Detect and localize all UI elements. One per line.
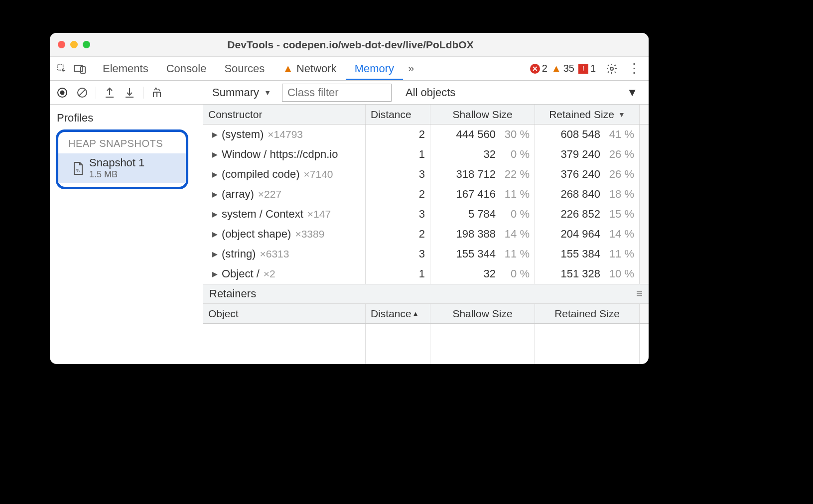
status-badges: ✕ 2 ▲ 35 ! 1 (530, 63, 596, 74)
scrollbar-gutter (640, 164, 649, 184)
rt-col-object[interactable]: Object (203, 304, 366, 323)
tab-elements[interactable]: Elements (94, 57, 157, 80)
disclosure-triangle-icon[interactable]: ▶ (212, 210, 218, 218)
errors-badge[interactable]: ✕ 2 (530, 63, 547, 74)
warning-icon: ▲ (551, 63, 561, 74)
devtools-window: DevTools - codepen.io/web-dot-dev/live/P… (50, 33, 649, 364)
retained-size-cell: 226 85215 % (535, 204, 640, 224)
scrollbar-gutter (640, 105, 649, 124)
constructor-count: ×2 (264, 268, 275, 280)
warning-triangle-icon: ▲ (282, 62, 293, 75)
distance-cell: 2 (366, 224, 430, 244)
table-row[interactable]: ▶(object shape) ×33892198 38814 %204 964… (203, 224, 649, 244)
rt-col-retained[interactable]: Retained Size (535, 304, 640, 323)
distance-cell: 1 (366, 144, 430, 164)
retainers-header: Retainers ≡ (203, 284, 649, 304)
shallow-size-cell: 318 71222 % (430, 164, 535, 184)
table-row[interactable]: ▶(array) ×2272167 41611 %268 84018 % (203, 184, 649, 204)
svg-point-5 (60, 90, 65, 95)
shallow-size-cell: 320 % (430, 144, 535, 164)
filter-bar: Summary ▼ All objects ▼ (203, 81, 649, 105)
retained-size-cell: 204 96414 % (535, 224, 640, 244)
scrollbar-gutter (640, 204, 649, 224)
highlight-annotation: HEAP SNAPSHOTS % Snapshot 1 1.5 MB (56, 129, 188, 189)
kebab-menu-icon[interactable]: ⋮ (623, 61, 646, 76)
scope-chevron-down-icon[interactable]: ▼ (627, 86, 638, 99)
disclosure-triangle-icon[interactable]: ▶ (212, 190, 218, 198)
distance-cell: 1 (366, 264, 430, 284)
table-header: Constructor Distance Shallow Size Retain… (203, 105, 649, 125)
scrollbar-gutter (640, 264, 649, 284)
view-dropdown[interactable]: Summary ▼ (209, 84, 274, 101)
col-constructor[interactable]: Constructor (203, 105, 366, 124)
distance-cell: 2 (366, 125, 430, 144)
constructor-name: Object / (222, 267, 260, 280)
clear-icon[interactable] (76, 86, 89, 99)
overflow-tabs-button[interactable]: » (403, 62, 419, 75)
tab-memory[interactable]: Memory (346, 57, 403, 80)
table-row[interactable]: ▶Object / ×21320 %151 32810 % (203, 264, 649, 284)
shallow-size-cell: 167 41611 % (430, 184, 535, 204)
retained-size-cell: 155 38411 % (535, 244, 640, 264)
window-title: DevTools - codepen.io/web-dot-dev/live/P… (60, 39, 641, 51)
sidebar-toolbar (50, 81, 203, 105)
settings-gear-icon[interactable] (601, 63, 623, 75)
disclosure-triangle-icon[interactable]: ▶ (212, 230, 218, 238)
table-row[interactable]: ▶(system) ×147932444 56030 %608 54841 % (203, 125, 649, 144)
disclosure-triangle-icon[interactable]: ▶ (212, 250, 218, 258)
tab-network[interactable]: ▲ Network (273, 57, 345, 80)
disclosure-triangle-icon[interactable]: ▶ (212, 270, 218, 278)
scope-dropdown[interactable]: All objects (403, 84, 458, 101)
retainers-title: Retainers (209, 287, 256, 300)
constructors-table: Constructor Distance Shallow Size Retain… (203, 105, 649, 364)
warnings-badge[interactable]: ▲ 35 (551, 63, 574, 74)
inspect-element-icon[interactable] (53, 60, 71, 78)
rt-col-shallow[interactable]: Shallow Size (430, 304, 535, 323)
chevron-down-icon: ▼ (264, 89, 271, 97)
issues-badge[interactable]: ! 1 (578, 63, 596, 74)
shallow-size-cell: 444 56030 % (430, 125, 535, 144)
device-toolbar-icon[interactable] (71, 60, 89, 78)
rt-col-distance[interactable]: Distance ▲ (366, 304, 430, 323)
class-filter-input[interactable] (282, 84, 392, 102)
shallow-size-cell: 155 34411 % (430, 244, 535, 264)
retainers-menu-icon[interactable]: ≡ (636, 287, 643, 300)
constructor-name: (compiled code) (222, 168, 300, 181)
constructor-name: Window / https://cdpn.io (222, 148, 338, 161)
heap-snapshots-section-label: HEAP SNAPSHOTS (68, 136, 176, 153)
snapshot-name: Snapshot 1 (89, 156, 144, 169)
snapshot-file-icon: % (72, 161, 84, 175)
scrollbar-gutter (640, 184, 649, 204)
disclosure-triangle-icon[interactable]: ▶ (212, 170, 218, 178)
load-profile-icon[interactable] (103, 86, 116, 99)
svg-rect-2 (81, 67, 85, 73)
garbage-collect-icon[interactable] (150, 86, 163, 99)
snapshot-item[interactable]: % Snapshot 1 1.5 MB (58, 153, 186, 183)
table-row[interactable]: ▶(compiled code) ×71403318 71222 %376 24… (203, 164, 649, 184)
constructor-name: system / Context (222, 208, 303, 221)
tab-sources[interactable]: Sources (215, 57, 273, 80)
scrollbar-gutter (640, 224, 649, 244)
col-distance[interactable]: Distance (366, 105, 430, 124)
distance-cell: 3 (366, 244, 430, 264)
col-shallow-size[interactable]: Shallow Size (430, 105, 535, 124)
distance-cell: 3 (366, 204, 430, 224)
tab-network-label: Network (296, 62, 337, 75)
shallow-size-cell: 320 % (430, 264, 535, 284)
disclosure-triangle-icon[interactable]: ▶ (212, 130, 218, 138)
col-retained-size[interactable]: Retained Size ▼ (535, 105, 640, 124)
error-icon: ✕ (530, 64, 540, 74)
profiles-label: Profiles (50, 105, 203, 129)
disclosure-triangle-icon[interactable]: ▶ (212, 150, 218, 158)
table-row[interactable]: ▶system / Context ×14735 7840 %226 85215… (203, 204, 649, 224)
shallow-size-cell: 5 7840 % (430, 204, 535, 224)
divider (143, 87, 143, 99)
table-row[interactable]: ▶(string) ×63133155 34411 %155 38411 % (203, 244, 649, 264)
record-icon[interactable] (56, 86, 69, 99)
profiles-sidebar: Profiles HEAP SNAPSHOTS % Snapshot 1 1.5… (50, 81, 203, 364)
distance-cell: 3 (366, 164, 430, 184)
table-row[interactable]: ▶Window / https://cdpn.io1320 %379 24026… (203, 144, 649, 164)
save-profile-icon[interactable] (123, 86, 136, 99)
constructor-name: (array) (222, 188, 254, 201)
tab-console[interactable]: Console (157, 57, 216, 80)
